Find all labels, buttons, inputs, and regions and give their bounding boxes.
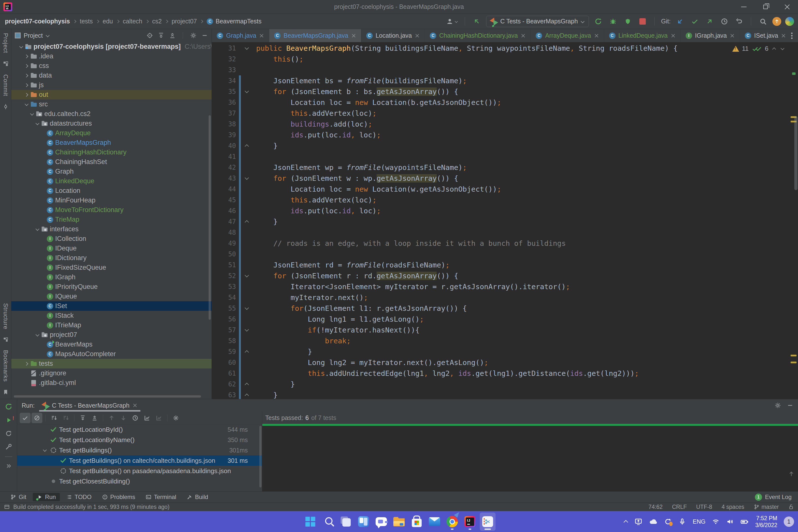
test-row[interactable]: Test getBuildings() on caltech/caltech.b… xyxy=(17,455,262,466)
code-with-me-icon[interactable] xyxy=(785,17,794,26)
menu-item[interactable] xyxy=(50,5,59,8)
chevron-icon[interactable] xyxy=(40,138,46,148)
chevron-icon[interactable] xyxy=(35,224,40,234)
ide-update-icon[interactable] xyxy=(773,17,781,26)
rollback-button[interactable] xyxy=(734,16,744,27)
sync-icon[interactable] xyxy=(664,518,672,526)
rerun-button[interactable] xyxy=(5,403,13,411)
editor-tab[interactable]: LinkedDeque.java xyxy=(604,29,681,42)
line-ending[interactable]: CRLF xyxy=(672,504,687,510)
code-line[interactable]: 39 ids.put(loc.id, loc); xyxy=(212,130,798,140)
fold-icon[interactable] xyxy=(241,194,253,205)
menu-item[interactable] xyxy=(42,5,50,8)
menu-item[interactable] xyxy=(109,5,117,8)
inspection-widget[interactable]: 11 6 xyxy=(732,45,785,53)
tree-item[interactable]: TrieMap xyxy=(11,215,212,224)
chevron-icon[interactable] xyxy=(40,340,46,349)
tree-item[interactable]: Location xyxy=(11,186,212,195)
snipping-tool-button[interactable] xyxy=(480,513,496,531)
code-line[interactable]: 46 ids.put(loc.id, loc); xyxy=(212,205,798,216)
import-tests-button[interactable] xyxy=(141,413,152,423)
tree-item[interactable]: edu.caltech.cs2 xyxy=(11,109,212,119)
test-row[interactable]: Test getLocationByName() 350 ms xyxy=(17,435,262,445)
menu-item[interactable] xyxy=(92,5,100,8)
collapse-all-button[interactable] xyxy=(89,413,100,423)
close-icon[interactable] xyxy=(415,33,420,38)
prev-issue-icon[interactable] xyxy=(772,46,777,52)
test-row[interactable]: Test getClosestBuilding() xyxy=(17,476,262,487)
clock-widget[interactable]: 7:52 PM 3/6/2022 xyxy=(755,515,777,529)
fold-icon[interactable] xyxy=(241,108,253,119)
user-avatar-icon[interactable] xyxy=(446,18,458,25)
chevron-icon[interactable] xyxy=(24,61,30,71)
coverage-button[interactable] xyxy=(622,16,633,27)
code-line[interactable]: 58 break; xyxy=(212,336,798,346)
breadcrumb-item[interactable]: cs2 xyxy=(151,18,163,25)
editor-tab[interactable]: IGraph.java xyxy=(681,29,740,42)
code-line[interactable]: 47 } xyxy=(212,216,798,227)
breadcrumb-root[interactable]: project07-coelophysis xyxy=(4,18,71,25)
fold-icon[interactable] xyxy=(241,162,253,173)
chevron-icon[interactable] xyxy=(40,148,46,157)
sort-by-duration-button[interactable] xyxy=(60,413,71,423)
editor-tab[interactable]: ChainingHashDictionary.java xyxy=(425,29,531,42)
indent-setting[interactable]: 4 spaces xyxy=(722,504,744,510)
tree-item[interactable]: Graph xyxy=(11,167,212,176)
hide-panel-button[interactable] xyxy=(787,402,794,409)
chevron-icon[interactable] xyxy=(35,330,40,340)
close-icon[interactable] xyxy=(133,403,137,408)
chevron-icon[interactable] xyxy=(40,435,49,445)
chevron-icon[interactable] xyxy=(40,205,46,215)
close-icon[interactable] xyxy=(521,33,526,38)
fold-icon[interactable] xyxy=(241,368,253,379)
code-line[interactable]: 62 } xyxy=(212,379,798,390)
test-row[interactable]: Test getLocationById() 544 ms xyxy=(17,424,262,435)
code-line[interactable]: 60 Long lng2 = myIterator.next().getAsLo… xyxy=(212,357,798,368)
code-line[interactable]: 53 Iterator<JsonElement> myIterator = r.… xyxy=(212,281,798,292)
tree-item[interactable]: datastructures xyxy=(11,119,212,128)
export-tests-button[interactable] xyxy=(153,413,164,423)
editor-tab[interactable]: Location.java xyxy=(361,29,425,42)
fold-icon[interactable] xyxy=(241,97,253,108)
tool-button-structure[interactable]: Structure xyxy=(2,303,9,329)
expand-all-button[interactable] xyxy=(77,413,88,423)
cast-display-icon[interactable] xyxy=(634,518,642,526)
chevron-icon[interactable] xyxy=(40,320,46,330)
chevron-icon[interactable] xyxy=(40,244,46,253)
fold-icon[interactable] xyxy=(241,346,253,357)
chevron-icon[interactable] xyxy=(40,234,46,244)
project-horizontal-scrollbar[interactable] xyxy=(14,395,201,398)
hide-panel-button[interactable] xyxy=(201,32,208,39)
chevron-down-icon[interactable] xyxy=(46,34,50,37)
tool-button-problems[interactable]: Problems xyxy=(98,493,139,501)
mail-button[interactable] xyxy=(426,513,442,531)
code-line[interactable]: 32 this(); xyxy=(212,54,798,64)
fold-icon[interactable] xyxy=(241,390,253,399)
tree-item[interactable]: IFixedSizeQueue xyxy=(11,263,212,272)
fold-icon[interactable] xyxy=(241,379,253,390)
chevron-icon[interactable] xyxy=(40,349,46,359)
maximize-button[interactable] xyxy=(755,0,776,14)
fold-icon[interactable] xyxy=(241,314,253,325)
code-line[interactable]: 42 JsonElement wp = fromFile(waypointsFi… xyxy=(212,162,798,173)
event-log-button[interactable]: 1 Event Log xyxy=(755,494,792,501)
tree-item[interactable]: .gitignore xyxy=(11,368,212,378)
project-panel-title[interactable]: Project xyxy=(24,32,43,39)
tree-item[interactable]: LinkedDeque xyxy=(11,176,212,186)
next-issue-icon[interactable] xyxy=(780,46,785,52)
fold-icon[interactable] xyxy=(241,64,253,75)
code-line[interactable]: 63 } xyxy=(212,390,798,399)
previous-test-button[interactable] xyxy=(106,413,117,423)
breadcrumb-item[interactable]: tests xyxy=(79,18,94,25)
fold-icon[interactable] xyxy=(241,75,253,86)
code-line[interactable]: 61 this.addUndirectedEdge(lng1, lng2, id… xyxy=(212,368,798,379)
wifi-icon[interactable] xyxy=(712,518,720,526)
task-view-button[interactable] xyxy=(338,513,354,531)
menu-item[interactable] xyxy=(67,5,75,8)
breadcrumb-item[interactable]: edu xyxy=(102,18,114,25)
menu-item[interactable] xyxy=(34,5,42,8)
fold-icon[interactable] xyxy=(241,130,253,140)
fold-icon[interactable] xyxy=(241,292,253,303)
close-button[interactable] xyxy=(776,0,798,14)
fold-icon[interactable] xyxy=(241,86,253,97)
